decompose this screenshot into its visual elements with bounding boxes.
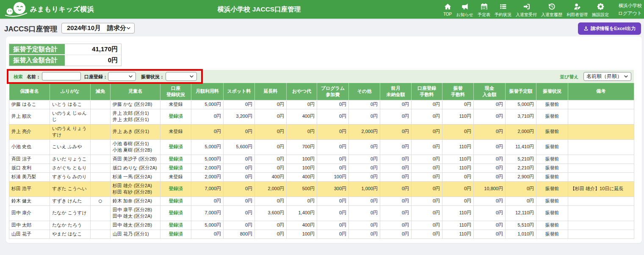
cell-transfer-status: 振替前 bbox=[536, 155, 568, 164]
search-section-label: 検索 bbox=[14, 73, 23, 80]
cell-transfer-planned: 0円 bbox=[506, 181, 536, 197]
cell-account-registration: 未登録 bbox=[160, 172, 191, 181]
cell-program-fee: 300円 bbox=[317, 181, 349, 197]
col-header-spot-fee: スポット料 bbox=[224, 83, 255, 100]
cell-remarks: 【杉田 雄介】10日に延長 bbox=[568, 181, 634, 197]
cell-child-name: 山田 花乃 (区分1) bbox=[111, 230, 160, 238]
cell-child-name: 斉田 美沙子 (区分2B) bbox=[111, 155, 160, 164]
user-edit-icon bbox=[574, 3, 581, 11]
cell-exemption bbox=[91, 109, 111, 124]
logout-link[interactable]: ログアウト bbox=[618, 10, 642, 17]
cell-prev-unpaid: 0円 bbox=[380, 197, 412, 205]
cell-cash-deposit: 0円 bbox=[474, 155, 506, 164]
cell-snack-fee: 0円 bbox=[287, 124, 317, 139]
cell-cash-deposit: 0円 bbox=[474, 221, 506, 230]
cell-transfer-planned: 11,410円 bbox=[506, 139, 536, 155]
cell-monthly-fee: 0円 bbox=[191, 230, 224, 238]
cell-child-name: 鈴木 加奈 (区分2A) bbox=[111, 197, 160, 205]
cell-extension-fee: 0円 bbox=[255, 139, 287, 155]
cell-child-name: 杉田 雄介 (区分2A) 杉田 有紗 (区分2B) bbox=[111, 181, 160, 197]
registered-badge: 登録済 bbox=[169, 144, 183, 149]
cell-cash-deposit: 0円 bbox=[474, 109, 506, 124]
cell-other-fee: 0円 bbox=[349, 197, 380, 205]
name-filter-input[interactable] bbox=[42, 72, 81, 80]
search-toolbar: 検索 名前： 口座登録： 振替状況： 並び替え 名前順（昇順） bbox=[9, 70, 634, 83]
cell-remarks bbox=[568, 100, 634, 109]
chevron-down-icon bbox=[126, 26, 131, 30]
cell-transfer-status: 振替前 bbox=[536, 139, 568, 155]
export-excel-label: 請求情報をExcel出力 bbox=[591, 25, 636, 32]
cell-account-registration: 登録済 bbox=[160, 139, 191, 155]
cell-registration-fee: 0円 bbox=[412, 172, 442, 181]
account-filter-select[interactable] bbox=[108, 72, 136, 81]
cell-guardian-name: 坂口 友利 bbox=[9, 164, 50, 172]
col-header-extension-fee: 延長料 bbox=[255, 83, 287, 100]
cell-furigana: いのうえ りょうすけ bbox=[50, 124, 91, 139]
cell-furigana: いとう はるこ bbox=[50, 100, 91, 109]
download-icon bbox=[583, 26, 589, 32]
cell-guardian-name: 杉浦 美乃梨 bbox=[9, 172, 50, 181]
cell-transfer-fee: 110円 bbox=[442, 205, 474, 221]
cell-guardian-name: 伊藤 はるこ bbox=[9, 100, 50, 109]
cell-account-registration: 登録済 bbox=[160, 181, 191, 197]
col-header-other-fee: その他 bbox=[349, 83, 380, 100]
chevron-down-icon bbox=[128, 74, 133, 79]
cell-snack-fee: 400円 bbox=[287, 221, 317, 230]
cell-prev-unpaid: 0円 bbox=[380, 109, 412, 124]
chevron-down-icon bbox=[624, 74, 628, 79]
cell-remarks bbox=[568, 109, 634, 124]
cell-child-name: 田中 雄太 (区分2B) bbox=[111, 221, 160, 230]
col-header-child-name: 児童名 bbox=[111, 83, 160, 100]
cell-furigana: さいだ りょうこ bbox=[50, 155, 91, 164]
cell-program-fee: 0円 bbox=[317, 124, 349, 139]
cell-prev-unpaid: 0円 bbox=[380, 100, 412, 109]
registered-badge: 登録済 bbox=[169, 210, 183, 215]
cell-remarks bbox=[568, 155, 634, 164]
cell-transfer-planned: 2,900円 bbox=[506, 172, 536, 181]
account-block: 横浜小学校 ログアウト bbox=[618, 2, 642, 17]
cell-transfer-planned: 3,710円 bbox=[506, 109, 536, 124]
table-row: 坂口 友利さがぐち ともり坂口 めりな (区分2A)登録済2,000円0円0円1… bbox=[9, 164, 634, 172]
registered-badge: 登録済 bbox=[169, 114, 183, 119]
cell-monthly-fee: 7,000円 bbox=[191, 181, 224, 197]
cell-guardian-name: 斉田 涼子 bbox=[9, 155, 50, 164]
cell-account-registration: 未登録 bbox=[160, 124, 191, 139]
col-header-furigana: ふりがな bbox=[50, 83, 91, 100]
cell-cash-deposit: 0円 bbox=[474, 197, 506, 205]
cell-exemption bbox=[91, 181, 111, 197]
billing-month-select[interactable]: 2024年10月 請求分 bbox=[61, 23, 135, 33]
nav-item-facility-settings[interactable]: 施設設定 bbox=[590, 0, 611, 19]
status-filter-select[interactable] bbox=[166, 72, 197, 81]
cell-prev-unpaid: 0円 bbox=[380, 155, 412, 164]
nav-item-news[interactable]: お知らせ bbox=[454, 0, 475, 19]
nav-item-entry-exit-reception[interactable]: 入退室受付 bbox=[514, 0, 539, 19]
cell-program-fee: 100円 bbox=[317, 172, 349, 181]
chevron-down-icon bbox=[189, 74, 194, 79]
cell-guardian-name: 井上 亮介 bbox=[9, 124, 50, 139]
cell-furigana: たなか たろう bbox=[50, 221, 91, 230]
table-row: 田中 康介たなか こうすけ田中 康平 (区分2B) 田中 雄太 (区分2A)登録… bbox=[9, 205, 634, 221]
nav-item-schedule[interactable]: 予定表 bbox=[475, 0, 492, 19]
col-header-guardian-name: 保護者名 bbox=[9, 83, 50, 100]
cell-transfer-fee: 110円 bbox=[442, 109, 474, 124]
cell-cash-deposit: 0円 bbox=[474, 124, 506, 139]
cell-guardian-name: 小池 史也 bbox=[9, 139, 50, 155]
sort-label: 並び替え bbox=[560, 73, 579, 80]
cell-transfer-status: 振替前 bbox=[536, 181, 568, 197]
cell-exemption bbox=[91, 221, 111, 230]
sort-select[interactable]: 名前順（昇順） bbox=[583, 72, 631, 81]
cell-monthly-fee: 2,000円 bbox=[191, 164, 224, 172]
nav-item-reservations[interactable]: 予約状況 bbox=[492, 0, 514, 19]
brand-logo[interactable]: みまもりキッズ横浜 bbox=[5, 0, 94, 19]
cell-monthly-fee: 0円 bbox=[191, 124, 224, 139]
cell-transfer-fee: 110円 bbox=[442, 155, 474, 164]
col-header-exemption: 減免 bbox=[91, 83, 111, 100]
export-excel-button[interactable]: 請求情報をExcel出力 bbox=[578, 22, 641, 35]
nav-item-user-management[interactable]: 利用者管理 bbox=[564, 0, 590, 19]
nav-item-top[interactable]: TOP bbox=[441, 0, 454, 19]
nav-item-label: 予定表 bbox=[478, 12, 490, 18]
cell-spot-fee: 0円 bbox=[224, 181, 255, 197]
table-row: 鈴木 健太すずき けんた○鈴木 加奈 (区分2A)登録済0円0円0円0円0円0円… bbox=[9, 197, 634, 205]
nav-item-entry-exit-history[interactable]: 入退室履歴 bbox=[539, 0, 564, 19]
sign-in-icon bbox=[523, 3, 530, 11]
